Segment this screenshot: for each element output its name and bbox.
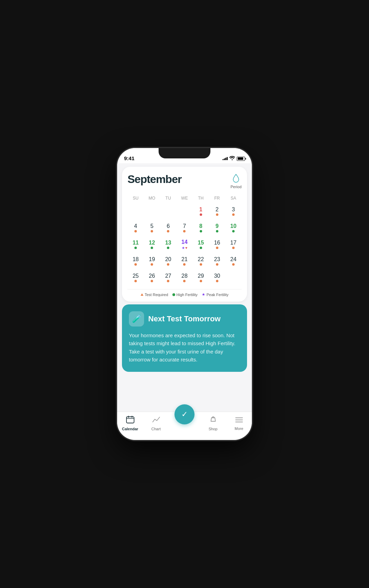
calendar-cell-8[interactable]: 8 bbox=[193, 220, 209, 236]
more-icon bbox=[235, 416, 243, 425]
legend-peak-fertility-label: Peak Fertility bbox=[207, 293, 229, 297]
calendar-cell-30[interactable]: 30 bbox=[209, 270, 225, 286]
dot-16 bbox=[216, 247, 218, 249]
dot-18 bbox=[134, 263, 137, 266]
calendar-cell-18[interactable]: 18 bbox=[127, 253, 144, 269]
calendar-cell-23[interactable]: 23 bbox=[209, 253, 225, 269]
calendar-cell-24[interactable]: 24 bbox=[225, 253, 242, 269]
calendar-cell-26[interactable]: 26 bbox=[144, 270, 160, 286]
calendar-cell-2[interactable]: 2 bbox=[209, 203, 225, 219]
dot-1 bbox=[200, 213, 202, 216]
green-dot-icon bbox=[172, 293, 175, 296]
day-header-we: WE bbox=[176, 194, 192, 202]
calendar-cell-9[interactable]: 9 bbox=[209, 220, 225, 236]
calendar-cell-20[interactable]: 20 bbox=[160, 253, 176, 269]
nav-item-chart[interactable]: Chart bbox=[143, 416, 169, 431]
dot-15 bbox=[200, 247, 202, 249]
test-icon: 🧪 bbox=[129, 311, 144, 327]
day-header-sa: SA bbox=[225, 194, 242, 202]
dot-17 bbox=[232, 247, 235, 249]
nav-label-more: More bbox=[235, 426, 243, 431]
center-action-button[interactable]: ✓ bbox=[174, 404, 195, 424]
calendar-cell-29[interactable]: 29 bbox=[193, 270, 209, 286]
dot-5 bbox=[151, 230, 153, 232]
dot-27 bbox=[167, 280, 169, 282]
calendar-card: September Period SU MO TU bbox=[122, 167, 247, 302]
calendar-cell-22[interactable]: 22 bbox=[193, 253, 209, 269]
bottom-nav: Calendar Chart ✓ bbox=[117, 412, 252, 440]
calendar-cell-11[interactable]: 11 bbox=[127, 237, 144, 252]
calendar-cell-25[interactable]: 25 bbox=[127, 270, 144, 286]
svg-rect-0 bbox=[126, 417, 134, 423]
day-header-tu: TU bbox=[160, 194, 176, 202]
calendar-cell-6[interactable]: 6 bbox=[160, 220, 176, 236]
dot-7 bbox=[183, 230, 186, 232]
calendar-cell-empty bbox=[127, 203, 144, 219]
calendar-cell-16[interactable]: 16 bbox=[209, 237, 225, 252]
calendar-cell-15[interactable]: 15 bbox=[193, 237, 209, 252]
calendar-cell-5[interactable]: 5 bbox=[144, 220, 160, 236]
phone-screen: 9:41 September bbox=[117, 148, 252, 440]
dot-11 bbox=[134, 247, 137, 249]
dot-6 bbox=[167, 230, 169, 232]
calendar-cell-1[interactable]: 1 bbox=[193, 203, 209, 219]
dot-12 bbox=[151, 247, 153, 249]
calendar-cell-13[interactable]: 13 bbox=[160, 237, 176, 252]
day-header-th: TH bbox=[193, 194, 209, 202]
nav-label-calendar: Calendar bbox=[122, 427, 138, 431]
calendar-cell-27[interactable]: 27 bbox=[160, 270, 176, 286]
special-14: ★ ♥ bbox=[182, 246, 188, 250]
period-label: Period bbox=[230, 185, 242, 189]
calendar-cell-empty bbox=[225, 270, 242, 286]
calendar-cell-14[interactable]: 14 ★ ♥ bbox=[176, 237, 192, 252]
calendar-grid: 1 2 3 4 bbox=[127, 203, 242, 286]
period-button[interactable]: Period bbox=[230, 173, 242, 189]
info-card-header: 🧪 Next Test Tomorrow bbox=[129, 311, 240, 327]
nav-label-chart: Chart bbox=[151, 427, 161, 431]
dot-25 bbox=[134, 280, 137, 282]
calendar-cell-12[interactable]: 12 bbox=[144, 237, 160, 252]
wifi-icon bbox=[229, 156, 235, 161]
info-card-body: Your hormones are expected to rise soon.… bbox=[129, 331, 240, 364]
legend-test-required: Test Required bbox=[141, 292, 168, 297]
shop-icon bbox=[209, 416, 217, 425]
dot-30 bbox=[216, 280, 218, 282]
info-card-title: Next Test Tomorrow bbox=[148, 314, 220, 323]
status-icons bbox=[223, 156, 245, 161]
day-header-su: SU bbox=[127, 194, 144, 202]
dot-26 bbox=[151, 280, 153, 282]
calendar-cell-21[interactable]: 21 bbox=[176, 253, 192, 269]
triangle-icon bbox=[141, 293, 143, 296]
calendar-cell-17[interactable]: 17 bbox=[225, 237, 242, 252]
dot-22 bbox=[200, 263, 202, 266]
dot-21 bbox=[183, 263, 186, 266]
notch bbox=[159, 148, 210, 158]
calendar-cell-10[interactable]: 10 bbox=[225, 220, 242, 236]
dot-3 bbox=[232, 213, 235, 216]
legend-high-fertility-label: High Fertility bbox=[177, 293, 198, 297]
nav-item-shop[interactable]: Shop bbox=[200, 416, 226, 431]
calendar-cell-7[interactable]: 7 bbox=[176, 220, 192, 236]
legend-high-fertility: High Fertility bbox=[172, 292, 198, 297]
calendar-icon bbox=[126, 416, 134, 425]
dot-20 bbox=[167, 263, 169, 266]
dot-23 bbox=[216, 263, 218, 266]
status-time: 9:41 bbox=[124, 155, 134, 161]
dot-9 bbox=[216, 230, 218, 232]
calendar-cell-3[interactable]: 3 bbox=[225, 203, 242, 219]
checkmark-icon: ✓ bbox=[181, 410, 188, 419]
calendar-cell-19[interactable]: 19 bbox=[144, 253, 160, 269]
calendar-cell-empty bbox=[144, 203, 160, 219]
calendar-cell-28[interactable]: 28 bbox=[176, 270, 192, 286]
dot-29 bbox=[200, 280, 202, 282]
day-header-mo: MO bbox=[144, 194, 160, 202]
legend-peak-fertility: ★ Peak Fertility bbox=[202, 292, 229, 297]
month-title: September bbox=[127, 173, 181, 186]
dot-28 bbox=[183, 280, 186, 282]
calendar-cell-empty bbox=[176, 203, 192, 219]
calendar-cell-4[interactable]: 4 bbox=[127, 220, 144, 236]
nav-item-more[interactable]: More bbox=[226, 416, 252, 431]
dot-24 bbox=[232, 263, 235, 266]
calendar-header: September Period bbox=[127, 173, 242, 189]
nav-item-calendar[interactable]: Calendar bbox=[117, 416, 143, 431]
